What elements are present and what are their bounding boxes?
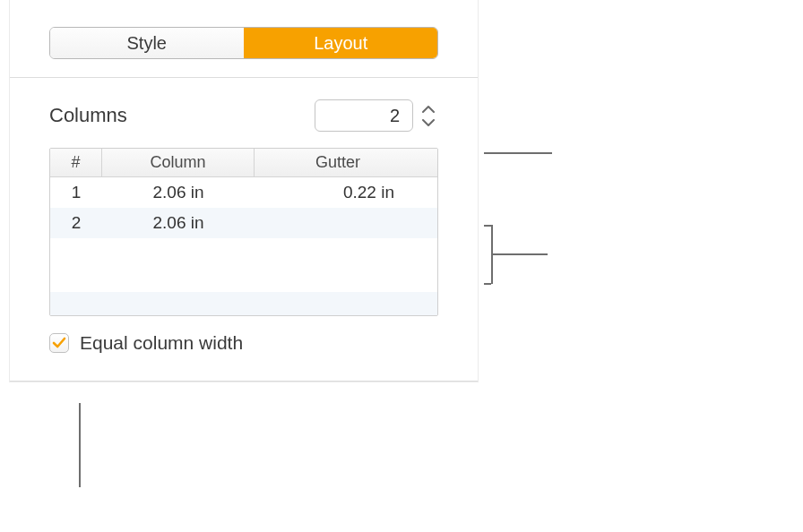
callout-line — [484, 152, 552, 154]
stepper-arrows — [419, 99, 438, 132]
cell-row-num: 1 — [50, 177, 102, 208]
chevron-up-icon — [422, 105, 435, 113]
columns-header-row: Columns — [49, 99, 438, 132]
stepper-down-button[interactable] — [419, 116, 438, 129]
columns-table: # Column Gutter 1 2.06 in 0.22 in 2 2.06… — [49, 148, 438, 316]
callout-line — [492, 253, 548, 255]
columns-th-num: # — [50, 149, 102, 176]
columns-table-body: 1 2.06 in 0.22 in 2 2.06 in — [50, 177, 437, 315]
table-row[interactable]: 1 2.06 in 0.22 in — [50, 177, 437, 208]
table-row-empty — [50, 292, 437, 315]
table-row-empty — [50, 238, 437, 292]
columns-label: Columns — [49, 104, 127, 127]
checkmark-icon — [52, 336, 66, 350]
tab-style[interactable]: Style — [50, 28, 244, 58]
tab-style-label: Style — [127, 33, 167, 54]
columns-count-stepper — [315, 99, 438, 132]
equal-width-row: Equal column width — [49, 332, 438, 354]
cell-gutter: 0.22 in — [255, 177, 421, 208]
callout-line — [79, 403, 81, 487]
cell-col-width: 2.06 in — [102, 208, 255, 238]
equal-width-label: Equal column width — [80, 332, 243, 354]
columns-th-column: Column — [102, 149, 255, 176]
cell-row-num: 2 — [50, 208, 102, 238]
tab-bar-area: Style Layout — [10, 0, 478, 78]
cell-gutter — [255, 208, 421, 238]
segmented-control: Style Layout — [49, 27, 438, 59]
layout-inspector-panel: Style Layout Columns — [9, 0, 479, 382]
columns-th-spacer — [421, 149, 430, 176]
equal-width-checkbox[interactable] — [49, 333, 69, 353]
tab-layout-label: Layout — [314, 33, 367, 54]
tab-layout[interactable]: Layout — [244, 28, 438, 58]
table-row[interactable]: 2 2.06 in — [50, 208, 437, 238]
columns-count-input[interactable] — [315, 99, 413, 132]
columns-section: Columns # Column Gutter — [10, 78, 478, 382]
callout-line — [484, 283, 491, 285]
columns-th-gutter: Gutter — [255, 149, 421, 176]
callout-line — [484, 225, 491, 227]
chevron-down-icon — [422, 119, 435, 127]
cell-col-width: 2.06 in — [102, 177, 255, 208]
columns-table-header: # Column Gutter — [50, 149, 437, 177]
stepper-up-button[interactable] — [419, 102, 438, 115]
